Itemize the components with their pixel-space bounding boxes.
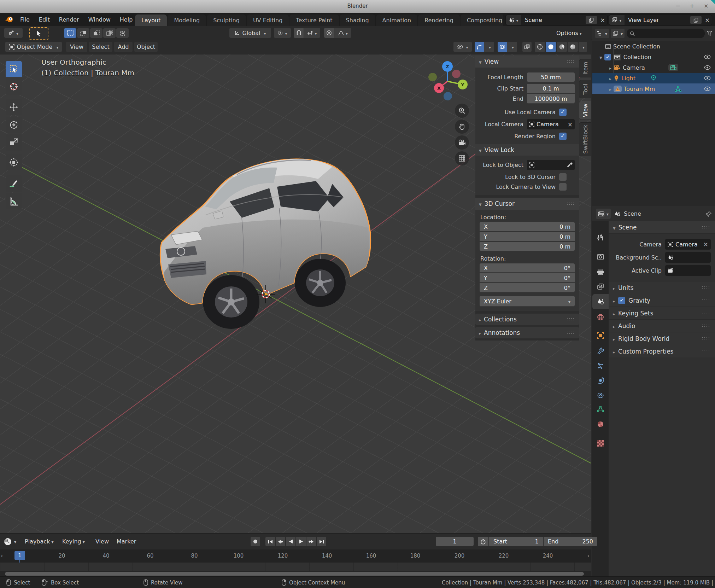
view-panel-header[interactable]: View (475, 56, 579, 68)
tool-measure-button[interactable] (6, 193, 22, 209)
scene-selector[interactable]: Scene (505, 14, 608, 25)
viewport-menu-select[interactable]: Select (89, 42, 112, 52)
audio-panel-header[interactable]: Audio (609, 319, 715, 332)
properties-editor-type-dropdown[interactable] (596, 209, 611, 219)
clip-start-field[interactable]: 0.1 m (527, 84, 575, 93)
touran-visibility-eye-icon[interactable] (704, 86, 711, 91)
clip-end-field[interactable]: 1000000 m (527, 94, 575, 104)
pan-view-button[interactable] (455, 120, 469, 134)
gizmo-dropdown[interactable] (484, 42, 494, 52)
marker-menu[interactable]: Marker (117, 536, 136, 547)
auto-keying-record-button[interactable] (251, 537, 260, 546)
tab-sculpting[interactable]: Sculpting (207, 14, 246, 26)
menu-edit[interactable]: Edit (34, 13, 54, 26)
timeline-scrollbar[interactable] (0, 571, 591, 577)
tab-render-properties[interactable] (592, 249, 609, 264)
tab-view-layer-properties[interactable] (592, 279, 609, 294)
next-keyframe-button[interactable] (306, 537, 316, 546)
cursor-loc-y[interactable]: Y0 m (480, 232, 575, 241)
playback-menu[interactable]: Playback (25, 536, 53, 547)
lock-camera-view-checkbox[interactable] (559, 183, 567, 191)
outliner-row-scene-collection[interactable]: Scene Collection (592, 41, 715, 52)
shading-solid-button[interactable] (546, 42, 556, 52)
outliner-display-mode-dropdown[interactable] (595, 29, 609, 38)
view-layer-copy-button[interactable] (690, 16, 702, 24)
custom-properties-panel-header[interactable]: Custom Properties (609, 345, 715, 357)
collection-visibility-eye-icon[interactable] (704, 54, 711, 59)
tool-transform-button[interactable] (6, 154, 22, 170)
funnel-icon[interactable] (707, 31, 712, 36)
snap-toggle-button[interactable] (294, 28, 304, 38)
play-reverse-button[interactable] (286, 537, 295, 546)
scene-camera-field[interactable]: Camera (665, 239, 711, 250)
tool-select-box-button[interactable] (6, 61, 22, 77)
timeline-editor-type-dropdown[interactable] (4, 536, 16, 547)
active-clip-field[interactable] (665, 265, 711, 276)
zoom-view-button[interactable] (455, 104, 469, 118)
viewport-3d[interactable]: Object Mode View Select Add Object (0, 40, 591, 533)
outliner-filter-dropdown[interactable] (611, 29, 625, 38)
select-mode-new-button[interactable] (64, 28, 76, 38)
proportional-edit-toggle[interactable] (324, 28, 334, 38)
tab-material-properties[interactable] (592, 417, 609, 432)
view-layer-selector[interactable]: View Layer (609, 14, 712, 25)
lock-3d-cursor-checkbox[interactable] (559, 173, 567, 181)
tab-particles-properties[interactable] (592, 359, 609, 373)
tool-move-button[interactable] (6, 99, 22, 115)
background-scene-field[interactable] (665, 252, 711, 263)
tool-scale-button[interactable] (6, 134, 22, 151)
cursor-rot-y[interactable]: Y0° (480, 273, 575, 283)
select-mode-extend-button[interactable] (77, 28, 89, 38)
n-tab-view[interactable]: View (579, 101, 591, 120)
timeline-tracks[interactable] (0, 563, 591, 571)
light-expand-icon[interactable] (609, 75, 611, 82)
outliner-row-collection[interactable]: Collection (592, 52, 715, 62)
options-dropdown[interactable]: Options (556, 28, 582, 38)
camera-data-badge-icon[interactable] (668, 64, 678, 71)
tab-shading[interactable]: Shading (340, 14, 375, 26)
active-tool-select-box[interactable] (29, 27, 48, 40)
tab-physics-properties[interactable] (592, 373, 609, 388)
outliner-search[interactable] (627, 29, 705, 38)
show-overlays-toggle[interactable] (498, 42, 507, 52)
camera-view-button[interactable] (455, 135, 469, 150)
scene-camera-clear-button[interactable] (703, 241, 708, 248)
select-mode-invert-button[interactable] (103, 28, 116, 38)
touran-expand-icon[interactable] (609, 86, 611, 92)
keying-menu[interactable]: Keying (62, 536, 85, 547)
n-tab-item[interactable]: Item (579, 59, 591, 77)
play-button[interactable] (296, 537, 306, 546)
timeline-ruler[interactable]: › 20 40 60 80 100 120 140 160 180 200 22… (0, 549, 591, 563)
timeline-view-menu[interactable]: View (95, 536, 109, 547)
eyedropper-icon[interactable] (567, 162, 573, 168)
light-data-badge-icon[interactable] (650, 75, 657, 81)
menu-render[interactable]: Render (54, 13, 84, 26)
focal-length-field[interactable]: 50 mm (527, 72, 575, 82)
tab-layout[interactable]: Layout (135, 14, 167, 26)
tab-texture-paint[interactable]: Texture Paint (289, 14, 339, 26)
transform-orientation-dropdown[interactable]: Global (229, 28, 271, 38)
ortho-grid-button[interactable] (455, 151, 469, 165)
menu-window[interactable]: Window (84, 13, 115, 26)
snap-settings-dropdown[interactable] (304, 28, 320, 38)
view-layer-remove-button[interactable] (703, 17, 712, 24)
cursor-panel-header[interactable]: 3D Cursor (475, 198, 579, 210)
jump-to-end-button[interactable] (317, 537, 326, 546)
select-mode-subtract-button[interactable] (90, 28, 102, 38)
keying-sets-panel-header[interactable]: Keying Sets (609, 307, 715, 319)
scene-panel-header[interactable]: Scene (609, 221, 715, 234)
viewport-menu-view[interactable]: View (66, 42, 87, 52)
annotations-panel-header[interactable]: Annotations (475, 327, 579, 338)
proportional-falloff-dropdown[interactable] (334, 28, 351, 38)
view-layer-browse-button[interactable] (609, 15, 625, 25)
cursor-loc-z[interactable]: Z0 m (480, 242, 575, 251)
xray-toggle[interactable] (522, 42, 532, 52)
use-local-camera-checkbox[interactable] (559, 109, 567, 116)
tool-annotate-button[interactable] (6, 175, 22, 192)
pin-icon[interactable] (706, 211, 711, 217)
tool-fallback-dropdown[interactable] (4, 28, 23, 38)
select-mode-intersect-button[interactable] (116, 28, 129, 38)
timeline-collapse-arrow-icon[interactable]: ‹ (587, 552, 590, 559)
cursor-rot-z[interactable]: Z0° (480, 283, 575, 292)
current-frame-marker[interactable]: 1 (14, 551, 25, 560)
